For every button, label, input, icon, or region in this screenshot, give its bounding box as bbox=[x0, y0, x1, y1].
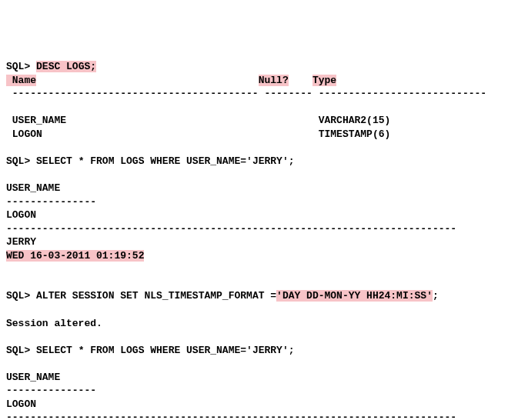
col-header-username: USER_NAME bbox=[6, 182, 60, 194]
desc-col-name: Name bbox=[6, 75, 36, 86]
desc-row-username-type: VARCHAR2(15) bbox=[319, 115, 391, 126]
terminal-output: SQL> DESC LOGS; Name Null? Type --------… bbox=[6, 60, 512, 420]
rule-long: ----------------------------------------… bbox=[6, 412, 456, 420]
sql-prompt: SQL> bbox=[6, 155, 36, 167]
cmd-alter-session-post: ; bbox=[433, 290, 439, 302]
col-header-username: USER_NAME bbox=[6, 372, 60, 383]
desc-col-type: Type bbox=[312, 75, 336, 86]
cmd-alter-session-format: 'DAY DD-MON-YY HH24:MI:SS' bbox=[276, 290, 433, 302]
cmd-alter-session-pre: ALTER SESSION SET NLS_TIMESTAMP_FORMAT = bbox=[36, 290, 276, 302]
sql-prompt: SQL> bbox=[6, 61, 36, 72]
rule-short: --------------- bbox=[6, 385, 96, 396]
result1-logon: WED 16-03-2011 01:19:52 bbox=[6, 250, 144, 262]
rule-long: ----------------------------------------… bbox=[6, 223, 456, 235]
desc-rule: ----------------------------------------… bbox=[6, 88, 486, 99]
cmd-select-1: SELECT * FROM LOGS WHERE USER_NAME='JERR… bbox=[36, 155, 294, 167]
sql-prompt: SQL> bbox=[6, 290, 36, 302]
col-header-logon: LOGON bbox=[6, 209, 36, 221]
cmd-select-2: SELECT * FROM LOGS WHERE USER_NAME='JERR… bbox=[36, 345, 294, 356]
desc-row-logon-name: LOGON bbox=[6, 128, 42, 140]
session-altered-msg: Session altered. bbox=[6, 318, 102, 329]
desc-col-null: Null? bbox=[259, 75, 289, 86]
sql-prompt: SQL> bbox=[6, 345, 36, 356]
desc-row-logon-type: TIMESTAMP(6) bbox=[319, 128, 391, 140]
cmd-desc-logs: DESC LOGS; bbox=[36, 61, 96, 72]
desc-row-username-name: USER_NAME bbox=[6, 115, 66, 126]
col-header-logon: LOGON bbox=[6, 398, 36, 410]
rule-short: --------------- bbox=[6, 196, 96, 208]
result1-user: JERRY bbox=[6, 236, 36, 248]
